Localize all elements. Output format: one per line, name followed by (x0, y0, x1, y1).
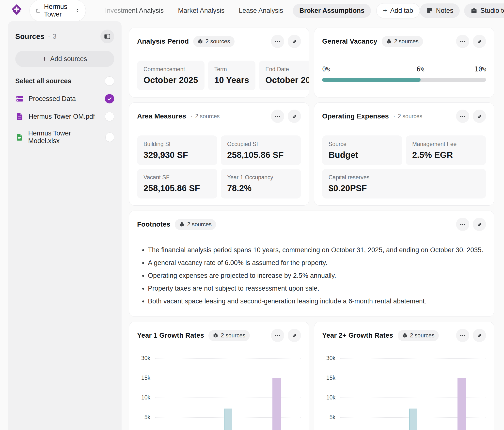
workspace-switcher[interactable]: Hermus Tower (30, 0, 86, 22)
vacancy-current-label: 6% (417, 66, 424, 73)
bar-segment (457, 378, 466, 430)
tab-broker-assumptions[interactable]: Broker Assumptions (293, 4, 371, 18)
window-icon (36, 7, 41, 14)
sources-title: Sources (15, 32, 44, 41)
more-button[interactable] (456, 110, 469, 123)
expand-button[interactable] (473, 329, 486, 342)
sources-badge[interactable]: 2 sources (208, 330, 250, 341)
bar-segment (224, 409, 232, 430)
tab-lease-analysis[interactable]: Lease Analysis (234, 4, 287, 18)
expand-icon (291, 113, 298, 119)
expand-icon (476, 221, 483, 228)
y-tick-label: 5k (144, 414, 150, 421)
tile-capital-reserves: Capital reserves $0.20PSF (322, 169, 486, 198)
studio-tools-button[interactable]: Studio tools (464, 3, 504, 18)
chart-plot-area (340, 358, 486, 430)
more-button[interactable] (456, 218, 469, 231)
processed-data-icon (15, 94, 24, 103)
tile-commencement: Commencement October 2025 (137, 61, 205, 90)
card-title: Year 1 Growth Rates (137, 331, 204, 339)
tile-opex-source: Source Budget (322, 135, 402, 165)
sources-sidebar: Sources · 3 + Add sources Select all sou… (8, 21, 122, 430)
sources-badge[interactable]: 2 sources (193, 36, 235, 47)
pdf-file-icon (15, 112, 24, 121)
card-footnotes: Footnotes 2 sources The financial analys… (129, 211, 494, 317)
more-icon (274, 113, 281, 119)
y-tick-label: 30k (326, 355, 335, 362)
tile-end-date: End Date October 2035 (259, 61, 309, 90)
sources-text: 2 sources (393, 113, 422, 120)
expand-icon (476, 113, 483, 119)
expand-icon (476, 38, 483, 45)
tile-occupied-sf: Occupied SF 258,105.86 SF (221, 135, 301, 165)
plus-icon: + (42, 55, 47, 63)
sources-badge[interactable]: 2 sources (398, 330, 439, 341)
more-icon (274, 38, 281, 45)
y-tick-label: 5k (330, 414, 335, 421)
source-item-model-xlsx[interactable]: Hermus Tower Model.xlsx (15, 130, 114, 145)
expand-button[interactable] (288, 35, 301, 48)
source-checkbox[interactable] (105, 132, 114, 142)
bar-2028[interactable] (224, 409, 232, 430)
bar-2029[interactable] (272, 378, 281, 430)
y-tick-label: 15k (141, 375, 150, 381)
more-button[interactable] (271, 329, 284, 342)
footnote-item: Both vacant space leasing and second-gen… (148, 295, 486, 308)
more-icon (459, 113, 466, 119)
tile-building-sf: Building SF 329,930 SF (137, 135, 217, 165)
source-item-processed-data[interactable]: Processed Data (15, 94, 114, 103)
source-checkbox[interactable] (105, 94, 114, 103)
bar-chart-year1: 2.5k5k10k15k30k0202720282029 (137, 358, 301, 430)
tab-market-analysis[interactable]: Market Analysis (173, 4, 229, 18)
bar-2028[interactable] (409, 409, 417, 430)
vacancy-scale: 0% 6% 10% (322, 66, 486, 74)
cube-icon (213, 333, 218, 338)
add-sources-button[interactable]: + Add sources (15, 51, 114, 67)
tile-vacant-sf: Vacant SF 258,105.86 SF (137, 169, 217, 198)
more-button[interactable] (271, 35, 284, 48)
vacancy-max-label: 10% (474, 66, 486, 73)
expand-icon (291, 38, 298, 45)
sources-badge[interactable]: 2 sources (382, 36, 423, 47)
top-bar: Hermus Tower Investment Analysis Market … (0, 0, 504, 21)
expand-button[interactable] (288, 110, 301, 123)
xlsx-file-icon (15, 133, 24, 142)
bar-segment (272, 378, 281, 430)
more-button[interactable] (456, 35, 469, 48)
expand-button[interactable] (288, 329, 301, 342)
chart-plot-area (155, 358, 301, 430)
check-icon (107, 96, 112, 101)
tab-investment-analysis[interactable]: Investment Analysis (101, 4, 168, 18)
notes-button[interactable]: Notes (420, 3, 460, 18)
card-year1-growth-rates: Year 1 Growth Rates 2 sources 2.5k5k10k1… (129, 322, 309, 430)
expand-button[interactable] (473, 35, 486, 48)
y-axis-labels: 2.5k5k10k15k30k (137, 358, 155, 430)
select-all-checkbox[interactable] (105, 76, 114, 86)
sources-badge[interactable]: 2 sources (175, 219, 216, 230)
tile-management-fee: Management Fee 2.5% EGR (406, 135, 486, 165)
more-button[interactable] (456, 329, 469, 342)
dashboard-content: Analysis Period 2 sources Commencement O… (129, 28, 494, 430)
source-checkbox[interactable] (105, 112, 114, 121)
card-analysis-period: Analysis Period 2 sources Commencement O… (129, 28, 309, 98)
expand-button[interactable] (473, 218, 486, 231)
cube-icon (386, 39, 392, 44)
expand-button[interactable] (473, 110, 486, 123)
vacancy-progress-track[interactable] (322, 78, 486, 82)
source-item-om-pdf[interactable]: Hermus Tower OM.pdf (15, 112, 114, 121)
vacancy-progress-fill (322, 78, 421, 82)
card-general-vacancy: General Vacancy 2 sources 0% 6% 10% (314, 28, 494, 98)
tile-year1-occupancy: Year 1 Occupancy 78.2% (221, 169, 301, 198)
collapse-sidebar-button[interactable] (100, 30, 114, 43)
briefcase-icon (471, 7, 477, 14)
more-button[interactable] (271, 110, 284, 123)
more-icon (459, 221, 466, 228)
footnote-item: The financial analysis period spans 10 y… (148, 244, 486, 256)
expand-icon (291, 332, 298, 339)
tile-term: Term 10 Years (208, 61, 255, 90)
expand-icon (476, 332, 483, 339)
add-tab-button[interactable]: + Add tab (376, 3, 420, 18)
card-title: Analysis Period (137, 37, 189, 45)
card-title: Operating Expenses (322, 112, 389, 120)
bar-2029[interactable] (457, 378, 466, 430)
